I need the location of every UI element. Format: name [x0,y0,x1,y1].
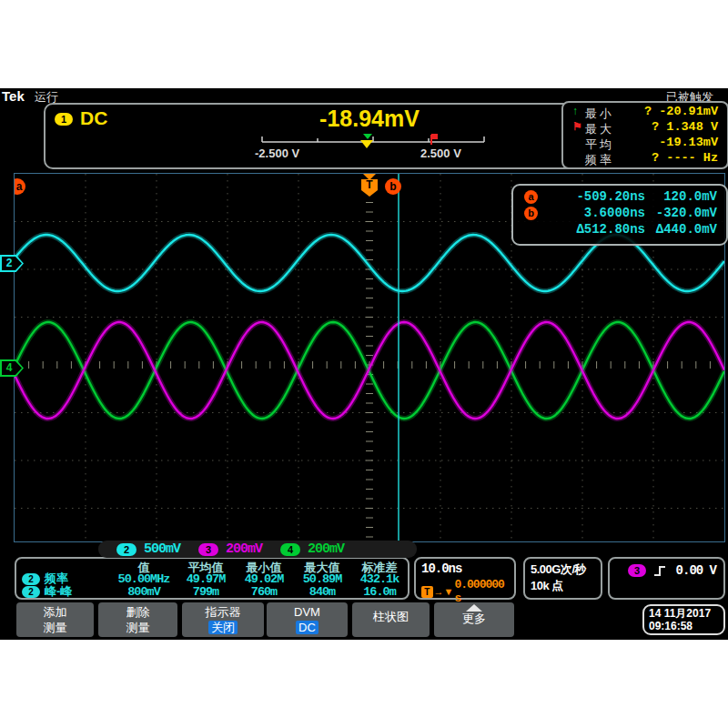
menu-button-more[interactable]: 更多 [434,602,514,637]
meas-row2-label: 峰-峰 [45,583,72,600]
ch4-scale-label: 200mV [308,541,344,557]
meas-cell: 799m [177,585,235,598]
ch3-scale-item[interactable]: 3 200mV [198,541,262,557]
menu-label-line1: 更多 [434,612,514,625]
stat-row-freq: 频率 ? ---- Hz [567,151,722,167]
meas-row2-name: 2 峰-峰 [20,585,111,598]
channel-scale-bar: 2 500mV 3 200mV 4 200mV [98,541,417,558]
menu-button-histogram[interactable]: 柱状图 [352,602,430,637]
menu-label-line1: 删除 [98,605,177,619]
more-up-arrow-icon [466,604,482,612]
svg-text:b: b [389,180,396,193]
timebase-value: 10.0ns [421,561,514,576]
meas-cell: 432.1k [351,572,408,585]
cursor-b-voltage: -320.0mV [641,206,717,220]
meas-cell: 800mV [111,585,177,598]
horizontal-settings-box: 10.0ns T →▼ 0.000000 s [414,557,516,600]
col-header-max: 最大值 [293,560,351,572]
dvm-mode-label: DC [80,107,107,129]
tek-logo: Tek [2,88,25,104]
menu-label-line1: 指示器 [182,605,264,619]
ch2-scale-label: 500mV [144,541,180,557]
menu-selected-value: DC [296,621,318,634]
ch4-badge: 4 [280,543,300,556]
stat-value: ? -20.91mV [644,105,718,118]
menu-button-indicators[interactable]: 指示器 关闭 [182,602,264,637]
menu-button-add-measurement[interactable]: 添加 测量 [16,602,94,637]
menu-button-dvm[interactable]: DVM DC [267,602,348,637]
cursor-delta-voltage: Δ440.0mV [641,222,717,237]
cursor-delta-row: Δ512.80ns Δ440.0mV [513,221,726,238]
cursor-a-voltage: 120.0mV [641,189,717,204]
ch4-marker-number: 4 [3,361,15,375]
ch2-marker-number: 2 [3,257,15,270]
dvm-stats-box: ↑ 最小 ? -20.91mV ⚑ 最大 ? 1.348 V 平均 -19.13… [561,101,728,169]
stat-label: 频率 [585,152,614,168]
trigger-delay-row: T →▼ 0.000000 s [421,578,514,605]
rising-edge-icon [653,564,667,578]
stat-row-min: ↑ 最小 ? -20.91mV [567,105,722,120]
cursor-a-badge: a [524,190,538,204]
trigger-settings-box: 3 0.00 V [608,557,725,600]
col-header-stddev: 标准差 [351,560,408,572]
stat-row-max: ⚑ 最大 ? 1.348 V [567,120,722,136]
col-header-value: 值 [111,560,177,572]
measurement-table: 值 平均值 最小值 最大值 标准差 2 频率 50.00MHz 49.97M 4… [15,557,410,600]
dvm-scale-max-label: 2.500 V [420,147,461,160]
menu-label-line2: 测量 [41,621,70,634]
trigger-t-icon: T [421,586,433,598]
cursor-b-row: b 3.6000ns -320.0mV [513,205,726,221]
meas-cell: 840m [293,585,351,598]
trigger-level-value: 0.00 V [676,563,716,578]
dvm-scale-min-label: -2.500 V [255,147,299,160]
delay-value: 0.000000 s [454,578,514,605]
col-header-min: 最小值 [235,560,293,572]
ch2-position-marker[interactable]: 2 [0,255,24,272]
meas-cell: 16.0m [351,585,408,598]
meas-cell: 50.89M [293,572,351,585]
cursor-b-time: 3.6000ns [541,206,645,220]
menu-button-delete-measurement[interactable]: 删除 测量 [98,602,177,637]
trigger-source-badge: 3 [628,564,646,577]
meas-row1-ch-badge: 2 [22,573,40,585]
meas-cell: 760m [235,585,293,598]
meas-row2-ch-badge: 2 [22,586,40,598]
measurement-grid: 值 平均值 最小值 最大值 标准差 2 频率 50.00MHz 49.97M 4… [20,560,408,598]
dvm-reading-value: -18.94mV [308,106,431,132]
ch3-scale-label: 200mV [226,541,262,557]
svg-text:T: T [366,178,373,191]
menu-label-line1: 添加 [16,605,94,619]
time-value: 09:16:58 [649,620,723,632]
min-arrow-icon: ↑ [572,105,583,117]
oscilloscope-display: Tek 运行 已被触发 1 DC -18.94mV [0,88,728,640]
cursor-readout-box: a -509.20ns 120.0mV b 3.6000ns -320.0mV … [511,184,728,246]
menu-label-line1: DVM [267,605,348,619]
svg-text:a: a [16,180,23,193]
cursor-delta-time: Δ512.80ns [541,222,645,237]
dvm-min-marker-icon [363,134,372,139]
menu-label-line2: 测量 [124,621,153,634]
menu-selected-value: 关闭 [208,621,238,634]
ch2-badge: 2 [116,543,136,556]
cursor-a-row: a -509.20ns 120.0mV [513,188,726,205]
cursor-a-time: -509.20ns [541,189,645,204]
ch2-scale-item[interactable]: 2 500mV [116,541,180,557]
ch4-scale-item[interactable]: 4 200mV [280,541,344,557]
cursor-b-badge: b [524,207,538,220]
meas-cell: 49.97M [177,572,235,585]
stat-value: ? 1.348 V [652,120,718,134]
dvm-channel-badge: 1 [55,113,73,126]
dvm-max-flag-icon [431,134,438,145]
meas-cell: 49.02M [235,572,293,585]
screenshot-canvas: Tek 运行 已被触发 1 DC -18.94mV [0,0,728,728]
menu-label-line1: 柱状图 [352,602,430,632]
datetime-box: 14 11月2017 09:16:58 [642,604,725,635]
stat-row-mean: 平均 -19.13mV [567,136,722,151]
delay-arrow-icons: →▼ [434,586,454,597]
stat-value: -19.13mV [659,136,718,149]
col-header-mean: 平均值 [177,560,235,572]
dvm-current-marker-icon [360,140,373,148]
sample-rate-value: 5.00G次/秒 [531,561,601,578]
meas-cell: 50.00MHz [111,572,177,585]
ch4-position-marker[interactable]: 4 [0,359,24,377]
